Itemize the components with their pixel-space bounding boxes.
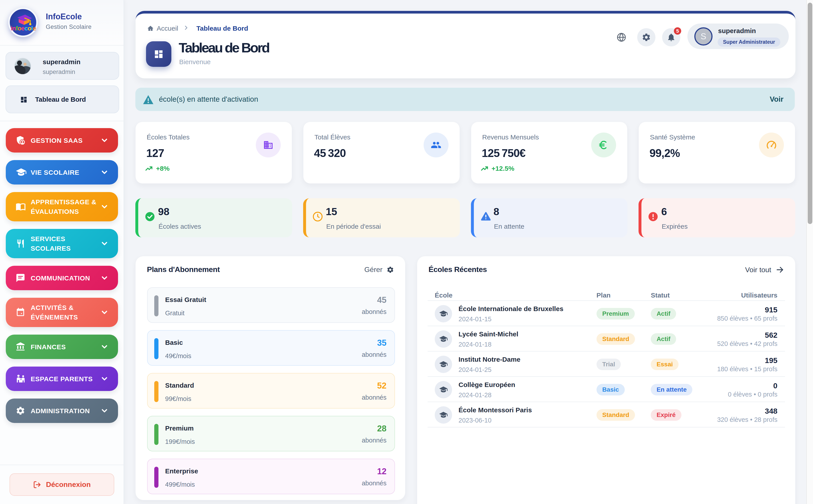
svg-text:infoecole: infoecole [11,25,36,32]
